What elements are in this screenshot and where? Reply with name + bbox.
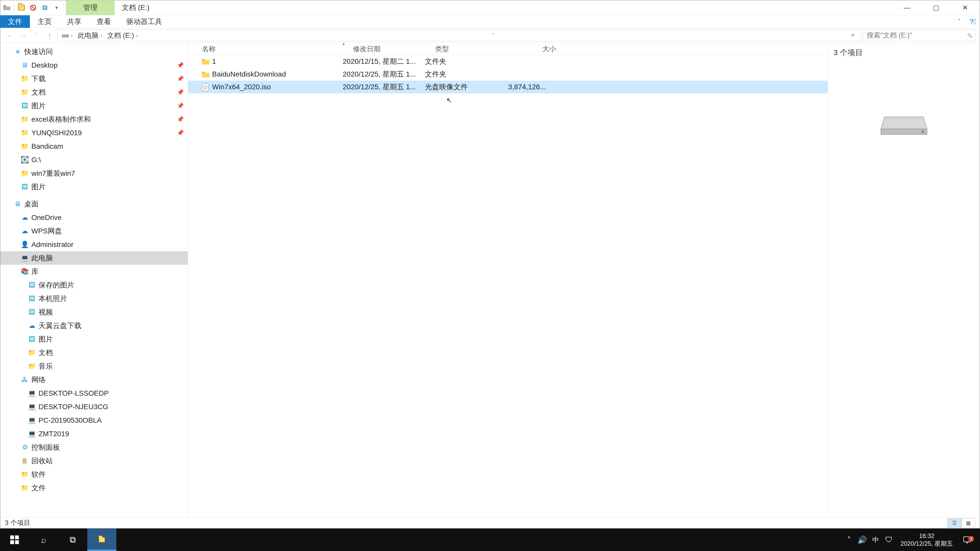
nav-recent-dropdown[interactable]: ˅ — [31, 30, 42, 41]
nav-network-item[interactable]: 💻PC-20190530OBLA — [0, 413, 188, 427]
ribbon-tab-view[interactable]: 查看 — [89, 15, 119, 28]
mouse-cursor-icon: ↖ — [446, 97, 452, 104]
ribbon-expand-icon[interactable]: ˅ — [952, 15, 966, 28]
taskbar-explorer-button[interactable] — [87, 529, 116, 551]
svg-rect-15 — [15, 540, 19, 544]
view-large-icons-button[interactable]: ▦ — [961, 518, 975, 527]
search-input[interactable] — [867, 32, 967, 39]
help-icon[interactable]: ?⃝ — [966, 15, 980, 28]
address-dropdown-icon[interactable]: ˅ — [487, 32, 500, 38]
search-icon[interactable]: 🔍 — [967, 33, 972, 38]
nav-desktop[interactable]: 🖥桌面 — [0, 197, 188, 211]
ribbon-tab-share[interactable]: 共享 — [59, 15, 89, 28]
tree-item-label: 天翼云盘下载 — [38, 321, 81, 330]
pin-icon: 📌 — [177, 116, 184, 123]
refresh-icon[interactable]: ⟳ — [847, 33, 859, 38]
file-row[interactable]: Win7x64_2020.iso2020/12/25, 星期五 1...光盘映像… — [188, 81, 828, 94]
notification-badge: 3 — [968, 536, 974, 541]
file-list-pane[interactable]: 名称 修改日期 类型 大小 12020/12/15, 星期二 1...文件夹Ba… — [188, 43, 828, 517]
nav-item[interactable]: ⚙控制面板 — [0, 441, 188, 454]
file-icon — [202, 71, 210, 78]
contextual-tab-manage[interactable]: 管理 — [66, 0, 115, 15]
nav-network[interactable]: 🖧网络 — [0, 373, 188, 386]
tree-item-label: 视频 — [38, 307, 53, 317]
task-view-button[interactable]: ⧉ — [58, 529, 87, 551]
tray-security-icon[interactable]: 🛡 — [882, 535, 896, 544]
nav-quick-item[interactable]: 📁YUNQISHI2019📌 — [0, 126, 188, 140]
breadcrumb-location[interactable]: 文档 (E:)› — [105, 30, 140, 41]
qat-new-folder-icon[interactable] — [28, 3, 38, 13]
nav-quick-item[interactable]: 📁文档📌 — [0, 86, 188, 99]
nav-quick-item[interactable]: 📁excel表格制作求和📌 — [0, 113, 188, 126]
nav-library-item[interactable]: 📁文档 — [0, 346, 188, 359]
navigation-pane[interactable]: ★快速访问 🖥Desktop📌📁下载📌📁文档📌🖼图片📌📁excel表格制作求和📌… — [0, 43, 188, 517]
qat-properties-icon[interactable] — [16, 3, 27, 13]
nav-network-item[interactable]: 💻DESKTOP-LSSOEDP — [0, 386, 188, 400]
file-row[interactable]: BaiduNetdiskDownload2020/12/25, 星期五 1...… — [188, 68, 828, 81]
nav-desktop-item[interactable]: 💻此电脑 — [0, 251, 188, 265]
breadcrumb-this-pc[interactable]: 此电脑› — [76, 30, 104, 41]
nav-desktop-item[interactable]: ☁WPS网盘 — [0, 224, 188, 238]
file-icon — [202, 83, 210, 91]
ribbon-tab-home[interactable]: 主页 — [30, 15, 59, 28]
ribbon-tab-drive-tools[interactable]: 驱动器工具 — [119, 15, 170, 28]
explorer-body: ★快速访问 🖥Desktop📌📁下载📌📁文档📌🖼图片📌📁excel表格制作求和📌… — [0, 43, 980, 517]
column-header-type[interactable]: 类型 — [431, 44, 501, 54]
nav-item[interactable]: 📁软件 — [0, 468, 188, 481]
nav-library-item[interactable]: 🖼保存的图片 — [0, 278, 188, 292]
nav-quick-item[interactable]: 🖼图片 — [0, 180, 188, 194]
nav-library-item[interactable]: ☁天翼云盘下载 — [0, 319, 188, 332]
tree-item-label: 回收站 — [32, 456, 53, 466]
nav-network-item[interactable]: 💻DESKTOP-NJEU3CG — [0, 400, 188, 413]
nav-desktop-item[interactable]: 📚库 — [0, 265, 188, 278]
ic-cloud-icon: ☁ — [28, 322, 36, 330]
tray-volume-icon[interactable]: 🔊 — [856, 535, 869, 545]
nav-network-item[interactable]: 💻ZMT2019 — [0, 427, 188, 441]
nav-quick-item[interactable]: 🖼图片📌 — [0, 99, 188, 113]
ribbon-tab-file[interactable]: 文件 — [0, 15, 30, 28]
tray-ime-icon[interactable]: 中 — [869, 535, 882, 545]
nav-quick-item[interactable]: 📁win7重装win7 — [0, 167, 188, 180]
action-center-button[interactable]: 3 — [958, 535, 977, 544]
nav-quick-item[interactable]: 🖥Desktop📌 — [0, 59, 188, 72]
minimize-button[interactable]: — — [892, 0, 921, 15]
ic-drive-icon: 💽 — [21, 156, 29, 164]
ic-cloud-icon: ☁ — [21, 227, 29, 235]
app-icon[interactable] — [2, 3, 12, 13]
nav-quick-item[interactable]: 💽G:\ — [0, 153, 188, 167]
breadcrumb-drive-icon[interactable]: › — [60, 30, 75, 41]
nav-up-button[interactable]: ↑ — [44, 30, 56, 41]
column-header-date[interactable]: 修改日期 — [349, 44, 431, 54]
tree-item-label: 下载 — [32, 74, 46, 84]
file-type: 文件夹 — [422, 57, 491, 66]
nav-library-item[interactable]: 🖼本机照片 — [0, 292, 188, 305]
column-header-name[interactable]: 名称 — [198, 44, 349, 54]
taskbar-clock[interactable]: 16:32 2020/12/25, 星期五 — [896, 532, 958, 548]
nav-quick-item[interactable]: 📁Bandicam — [0, 140, 188, 153]
qat-dropdown-icon[interactable]: ▾ — [52, 3, 62, 13]
breadcrumb[interactable]: › 此电脑› 文档 (E:)› ˅ ⟳ — [57, 30, 861, 41]
nav-library-item[interactable]: 🖼图片 — [0, 332, 188, 346]
tray-overflow-icon[interactable]: ˄ — [842, 535, 856, 545]
window-controls: — ▢ ✕ — [892, 0, 980, 15]
nav-desktop-item[interactable]: 👤Administrator — [0, 238, 188, 251]
nav-quick-access[interactable]: ★快速访问 — [0, 45, 188, 59]
close-button[interactable]: ✕ — [951, 0, 980, 15]
column-header-size[interactable]: 大小 — [501, 44, 560, 54]
nav-desktop-item[interactable]: ☁OneDrive — [0, 211, 188, 224]
file-row[interactable]: 12020/12/15, 星期二 1...文件夹 — [188, 55, 828, 68]
nav-forward-button[interactable]: → — [18, 30, 29, 41]
nav-item[interactable]: 🗑回收站 — [0, 454, 188, 468]
nav-quick-item[interactable]: 📁下载📌 — [0, 72, 188, 86]
taskbar-search-button[interactable]: ⌕ — [29, 529, 58, 551]
start-button[interactable] — [0, 529, 29, 551]
qat-undo-icon[interactable] — [40, 3, 50, 13]
nav-back-button[interactable]: ← — [4, 30, 16, 41]
maximize-button[interactable]: ▢ — [921, 0, 951, 15]
nav-library-item[interactable]: 📁音乐 — [0, 359, 188, 373]
nav-library-item[interactable]: 🖼视频 — [0, 305, 188, 319]
nav-item[interactable]: 📁文件 — [0, 481, 188, 495]
view-details-button[interactable]: ☰ — [948, 518, 961, 527]
search-box[interactable]: 🔍 — [863, 30, 976, 41]
desktop-icon: 🖥 — [14, 200, 22, 208]
